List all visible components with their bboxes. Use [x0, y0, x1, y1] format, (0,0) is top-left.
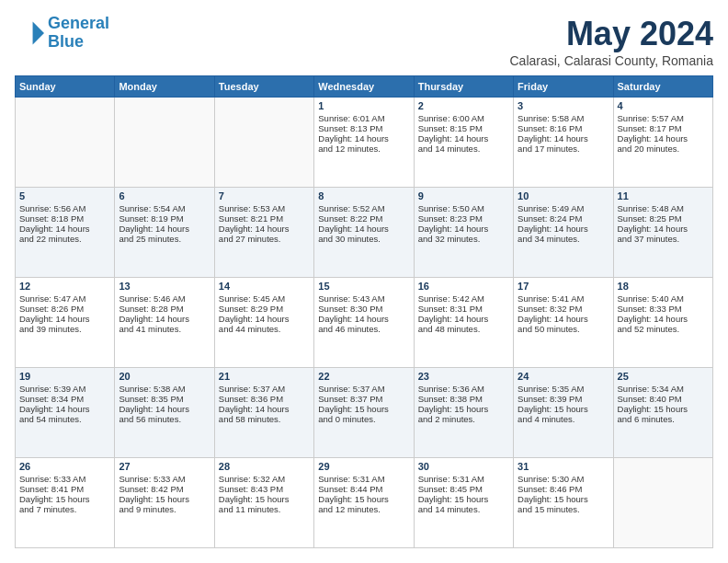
calendar-cell: 22Sunrise: 5:37 AMSunset: 8:37 PMDayligh…: [314, 368, 414, 458]
calendar-cell: 23Sunrise: 5:36 AMSunset: 8:38 PMDayligh…: [414, 368, 513, 458]
logo: General Blue: [15, 15, 109, 52]
day-info: Daylight: 15 hours: [518, 494, 609, 504]
title-area: May 2024 Calarasi, Calarasi County, Roma…: [510, 15, 714, 68]
day-info: Sunrise: 5:42 AM: [418, 293, 509, 304]
day-info: Sunset: 8:29 PM: [219, 304, 310, 314]
day-info: and 58 minutes.: [219, 414, 310, 424]
day-header-sunday: Sunday: [16, 76, 115, 98]
day-info: Sunrise: 5:49 AM: [518, 203, 609, 213]
day-info: and 4 minutes.: [518, 414, 609, 424]
day-info: Sunset: 8:33 PM: [618, 304, 709, 314]
day-info: and 27 minutes.: [219, 234, 310, 244]
day-info: Sunrise: 5:56 AM: [19, 203, 110, 213]
page: General Blue May 2024 Calarasi, Calarasi…: [0, 0, 728, 563]
day-number: 23: [418, 371, 509, 382]
month-title: May 2024: [510, 15, 714, 53]
calendar-cell: 31Sunrise: 5:30 AMSunset: 8:46 PMDayligh…: [514, 458, 613, 548]
calendar-cell: 27Sunrise: 5:33 AMSunset: 8:42 PMDayligh…: [115, 458, 214, 548]
day-info: Daylight: 14 hours: [518, 314, 609, 324]
day-info: Daylight: 14 hours: [119, 404, 210, 414]
day-info: Daylight: 15 hours: [318, 404, 409, 414]
day-info: Sunrise: 5:33 AM: [19, 474, 110, 484]
calendar-cell: 3Sunrise: 5:58 AMSunset: 8:16 PMDaylight…: [514, 98, 613, 188]
day-info: and 56 minutes.: [119, 414, 210, 424]
logo-icon: [15, 18, 44, 48]
day-number: 10: [518, 190, 609, 201]
day-number: 24: [518, 371, 609, 382]
day-info: and 52 minutes.: [618, 324, 709, 334]
day-info: Sunset: 8:23 PM: [418, 213, 509, 224]
calendar-cell: 19Sunrise: 5:39 AMSunset: 8:34 PMDayligh…: [16, 368, 115, 458]
day-info: Daylight: 14 hours: [119, 224, 210, 234]
day-info: and 37 minutes.: [618, 234, 709, 244]
day-info: Sunrise: 5:32 AM: [219, 474, 310, 484]
day-number: 18: [618, 281, 709, 292]
week-row: 1Sunrise: 6:01 AMSunset: 8:13 PMDaylight…: [16, 98, 713, 188]
day-info: Sunset: 8:41 PM: [19, 484, 110, 494]
day-info: Daylight: 14 hours: [418, 133, 509, 144]
calendar-cell: 30Sunrise: 5:31 AMSunset: 8:45 PMDayligh…: [414, 458, 513, 548]
day-info: Sunrise: 5:57 AM: [618, 113, 709, 123]
day-number: 31: [518, 461, 609, 472]
day-info: and 9 minutes.: [119, 504, 210, 514]
day-info: Sunset: 8:26 PM: [19, 304, 110, 314]
day-number: 9: [418, 190, 509, 201]
calendar-cell: 10Sunrise: 5:49 AMSunset: 8:24 PMDayligh…: [514, 188, 613, 278]
calendar-cell: [115, 98, 214, 188]
day-number: 4: [618, 100, 709, 111]
calendar-cell: 29Sunrise: 5:31 AMSunset: 8:44 PMDayligh…: [314, 458, 414, 548]
day-info: and 20 minutes.: [618, 144, 709, 154]
day-info: Sunset: 8:40 PM: [618, 394, 709, 404]
day-info: Sunset: 8:16 PM: [518, 123, 609, 133]
day-info: Sunrise: 5:41 AM: [518, 293, 609, 304]
day-info: Sunset: 8:32 PM: [518, 304, 609, 314]
calendar-cell: 5Sunrise: 5:56 AMSunset: 8:18 PMDaylight…: [16, 188, 115, 278]
day-info: Sunrise: 5:58 AM: [518, 113, 609, 123]
day-number: 12: [19, 281, 110, 292]
calendar-cell: 9Sunrise: 5:50 AMSunset: 8:23 PMDaylight…: [414, 188, 513, 278]
day-info: and 14 minutes.: [418, 504, 509, 514]
day-info: Sunrise: 5:39 AM: [19, 384, 110, 394]
day-info: Daylight: 15 hours: [119, 494, 210, 504]
day-info: Sunrise: 5:33 AM: [119, 474, 210, 484]
day-info: Sunrise: 5:47 AM: [19, 293, 110, 304]
day-info: and 12 minutes.: [318, 504, 409, 514]
header: General Blue May 2024 Calarasi, Calarasi…: [15, 15, 713, 68]
day-info: Sunset: 8:19 PM: [119, 213, 210, 224]
day-number: 13: [119, 281, 210, 292]
calendar-cell: 7Sunrise: 5:53 AMSunset: 8:21 PMDaylight…: [214, 188, 313, 278]
day-info: Daylight: 14 hours: [19, 314, 110, 324]
day-info: Sunset: 8:34 PM: [19, 394, 110, 404]
day-info: Sunrise: 5:52 AM: [318, 203, 409, 213]
calendar-cell: 17Sunrise: 5:41 AMSunset: 8:32 PMDayligh…: [514, 278, 613, 368]
day-info: Daylight: 14 hours: [418, 314, 509, 324]
week-row: 19Sunrise: 5:39 AMSunset: 8:34 PMDayligh…: [16, 368, 713, 458]
day-info: Sunset: 8:28 PM: [119, 304, 210, 314]
day-info: and 50 minutes.: [518, 324, 609, 334]
day-info: and 30 minutes.: [318, 234, 409, 244]
day-info: and 22 minutes.: [19, 234, 110, 244]
day-number: 19: [19, 371, 110, 382]
day-info: Daylight: 14 hours: [518, 133, 609, 144]
calendar-cell: [214, 98, 313, 188]
day-info: Sunrise: 5:48 AM: [618, 203, 709, 213]
day-header-tuesday: Tuesday: [214, 76, 313, 98]
day-info: Daylight: 14 hours: [618, 314, 709, 324]
day-info: Daylight: 14 hours: [618, 224, 709, 234]
calendar-cell: 15Sunrise: 5:43 AMSunset: 8:30 PMDayligh…: [314, 278, 414, 368]
calendar-cell: 4Sunrise: 5:57 AMSunset: 8:17 PMDaylight…: [613, 98, 712, 188]
day-info: Sunset: 8:46 PM: [518, 484, 609, 494]
logo-text: General Blue: [48, 15, 109, 52]
logo-line2: Blue: [48, 32, 84, 51]
day-info: and 12 minutes.: [318, 144, 409, 154]
day-number: 2: [418, 100, 509, 111]
day-info: Sunset: 8:38 PM: [418, 394, 509, 404]
day-info: and 39 minutes.: [19, 324, 110, 334]
day-info: Sunrise: 6:01 AM: [318, 113, 409, 123]
day-info: and 32 minutes.: [418, 234, 509, 244]
day-info: Sunset: 8:15 PM: [418, 123, 509, 133]
day-number: 29: [318, 461, 409, 472]
week-row: 26Sunrise: 5:33 AMSunset: 8:41 PMDayligh…: [16, 458, 713, 548]
day-info: Sunset: 8:30 PM: [318, 304, 409, 314]
day-info: Sunset: 8:42 PM: [119, 484, 210, 494]
